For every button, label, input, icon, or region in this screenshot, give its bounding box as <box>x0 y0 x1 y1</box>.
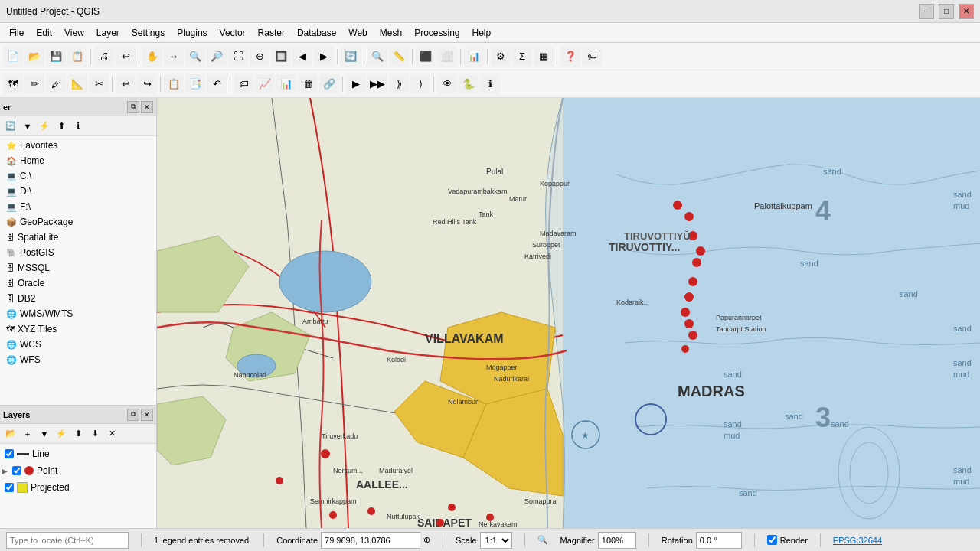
digitize-btn-12[interactable]: 📈 <box>255 74 275 94</box>
browser-item-oracle[interactable]: 🗄Oracle <box>0 276 156 291</box>
menu-item-edit[interactable]: Edit <box>30 25 58 41</box>
layer-item-line[interactable]: Line <box>0 445 156 462</box>
browser-item-c-drive[interactable]: 💻C:\ <box>0 168 156 184</box>
render-checkbox[interactable] <box>767 535 777 545</box>
layers-filter2-btn[interactable]: ⚡ <box>54 426 69 442</box>
browser-filter3-btn[interactable]: ⬆ <box>54 119 69 134</box>
browser-info-btn[interactable]: ℹ <box>70 119 86 134</box>
zoom-out-button[interactable]: 🔎 <box>207 47 227 67</box>
menu-item-database[interactable]: Database <box>291 25 342 41</box>
digitize-btn-13[interactable]: 📊 <box>276 74 296 94</box>
browser-item-wfs[interactable]: 🌐WFS <box>0 352 156 367</box>
epsg-label[interactable]: EPSG:32644 <box>833 536 882 545</box>
maximize-button[interactable]: □ <box>939 4 954 19</box>
new-project-button[interactable]: 📄 <box>3 47 23 67</box>
menu-item-raster[interactable]: Raster <box>252 25 291 41</box>
digitize-btn-15[interactable]: 🔗 <box>319 74 339 94</box>
layer-projected-checkbox[interactable] <box>5 483 14 492</box>
browser-item-mssql[interactable]: 🗄MSSQL <box>0 260 156 276</box>
browser-item-xyz[interactable]: 🗺XYZ Tiles <box>0 321 156 337</box>
browser-item-postgis[interactable]: 🐘PostGIS <box>0 245 156 260</box>
save-as-button[interactable]: 📋 <box>67 47 87 67</box>
digitize-btn-7[interactable]: ↪ <box>137 74 157 94</box>
menu-item-vector[interactable]: Vector <box>214 25 252 41</box>
browser-item-wms[interactable]: 🌐WMS/WMTS <box>0 306 156 321</box>
settings-button[interactable]: ⚙ <box>491 47 511 67</box>
browser-item-spatialite[interactable]: 🗄SpatiaLite <box>0 230 156 245</box>
digitize-btn-18[interactable]: ⟫ <box>389 74 409 94</box>
tile-button[interactable]: ▦ <box>534 47 554 67</box>
digitize-btn-4[interactable]: 📐 <box>67 74 87 94</box>
scale-select[interactable]: 1:1 <box>480 532 512 549</box>
undo-button[interactable]: ↩ <box>116 47 136 67</box>
zoom-selection-button[interactable]: 🔲 <box>271 47 291 67</box>
layers-up-btn[interactable]: ⬆ <box>70 426 86 442</box>
layers-float-button[interactable]: ⧉ <box>127 409 139 421</box>
open-table-button[interactable]: 📊 <box>464 47 484 67</box>
browser-filter-btn[interactable]: ▼ <box>20 119 35 134</box>
browser-close-button[interactable]: ✕ <box>141 101 153 113</box>
layer-point-checkbox[interactable] <box>12 466 21 475</box>
stats-button[interactable]: Σ <box>512 47 532 67</box>
zoom-next-button[interactable]: ▶ <box>314 47 334 67</box>
menu-item-view[interactable]: View <box>58 25 90 41</box>
browser-refresh-btn[interactable]: 🔄 <box>3 119 18 134</box>
zoom-previous-button[interactable]: ◀ <box>292 47 312 67</box>
select-button[interactable]: ⬛ <box>416 47 436 67</box>
layers-open-btn[interactable]: 📂 <box>3 426 18 442</box>
layer-item-projected[interactable]: Projected <box>0 479 156 496</box>
layer-item-point[interactable]: ▶ Point <box>0 462 156 479</box>
minimize-button[interactable]: − <box>919 4 934 19</box>
rotation-input[interactable] <box>696 532 742 549</box>
menu-item-plugins[interactable]: Plugins <box>171 25 213 41</box>
layers-remove-btn[interactable]: ✕ <box>104 426 119 442</box>
layers-add-btn[interactable]: + <box>20 426 35 442</box>
menu-item-settings[interactable]: Settings <box>126 25 171 41</box>
digitize-btn-9[interactable]: 📑 <box>185 74 205 94</box>
menu-item-layer[interactable]: Layer <box>90 25 126 41</box>
digitize-btn-3[interactable]: 🖊 <box>46 74 66 94</box>
close-button[interactable]: ✕ <box>959 4 974 19</box>
digitize-btn-2[interactable]: ✏ <box>24 74 44 94</box>
browser-item-geopackage[interactable]: 📦GeoPackage <box>0 214 156 230</box>
coordinate-input[interactable] <box>321 532 420 549</box>
digitize-btn-10[interactable]: ↶ <box>207 74 227 94</box>
layer-line-checkbox[interactable] <box>5 449 14 458</box>
menu-item-help[interactable]: Help <box>466 25 498 41</box>
locate-input[interactable] <box>6 532 129 549</box>
layers-down-btn[interactable]: ⬇ <box>87 426 103 442</box>
browser-item-wcs[interactable]: 🌐WCS <box>0 337 156 352</box>
pan-map-button[interactable]: ↔ <box>164 47 184 67</box>
digitize-btn-19[interactable]: ⟩ <box>410 74 430 94</box>
browser-item-favorites[interactable]: ⭐Favorites <box>0 138 156 153</box>
save-project-button[interactable]: 💾 <box>46 47 66 67</box>
menu-item-web[interactable]: Web <box>342 25 373 41</box>
menu-item-file[interactable]: File <box>3 25 30 41</box>
map-area[interactable]: VILLAVAKAM MADRAS AALLEE... SAIDAPET TIR… <box>157 98 980 528</box>
pan-button[interactable]: ✋ <box>142 47 162 67</box>
digitize-btn-1[interactable]: 🗺 <box>3 74 23 94</box>
python-btn[interactable]: 🐍 <box>459 74 479 94</box>
browser-item-f-drive[interactable]: 💻F:\ <box>0 199 156 214</box>
info-btn[interactable]: ℹ <box>480 74 500 94</box>
measure-button[interactable]: 📏 <box>389 47 409 67</box>
refresh-button[interactable]: 🔄 <box>341 47 361 67</box>
help-button[interactable]: ❓ <box>560 47 580 67</box>
zoom-full-button[interactable]: ⛶ <box>228 47 248 67</box>
print-button[interactable]: 🖨 <box>94 47 114 67</box>
digitize-btn-20[interactable]: 👁 <box>437 74 457 94</box>
browser-item-db2[interactable]: 🗄DB2 <box>0 291 156 306</box>
digitize-btn-8[interactable]: 📋 <box>164 74 184 94</box>
digitize-btn-11[interactable]: 🏷 <box>234 74 253 94</box>
digitize-btn-6[interactable]: ↩ <box>116 74 136 94</box>
browser-item-d-drive[interactable]: 💻D:\ <box>0 184 156 199</box>
zoom-in-button[interactable]: 🔍 <box>185 47 205 67</box>
open-project-button[interactable]: 📂 <box>24 47 44 67</box>
browser-item-home[interactable]: 🏠Home <box>0 153 156 168</box>
menu-item-mesh[interactable]: Mesh <box>374 25 408 41</box>
browser-filter2-btn[interactable]: ⚡ <box>37 119 52 134</box>
zoom-layer-button[interactable]: ⊕ <box>250 47 270 67</box>
layers-filter-btn[interactable]: ▼ <box>37 426 52 442</box>
layers-close-button[interactable]: ✕ <box>141 409 153 421</box>
browser-float-button[interactable]: ⧉ <box>127 101 139 113</box>
